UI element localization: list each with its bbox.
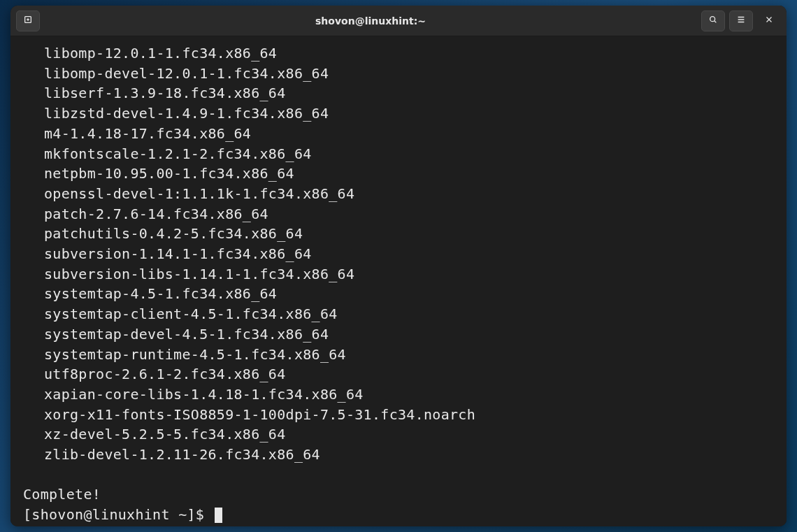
package-line: systemtap-runtime-4.5-1.fc34.x86_64 bbox=[23, 345, 778, 365]
package-line: xorg-x11-fonts-ISO8859-1-100dpi-7.5-31.f… bbox=[23, 405, 778, 425]
package-line: mkfontscale-1.2.1-2.fc34.x86_64 bbox=[23, 144, 778, 164]
terminal-window: shovon@linuxhint:~ libomp-12.0.1-1.fc34.… bbox=[10, 6, 787, 526]
package-line: systemtap-4.5-1.fc34.x86_64 bbox=[23, 284, 778, 304]
package-line: libomp-devel-12.0.1-1.fc34.x86_64 bbox=[23, 64, 778, 84]
complete-text: Complete! bbox=[23, 484, 778, 505]
svg-line-4 bbox=[715, 21, 717, 23]
search-icon bbox=[708, 14, 718, 27]
package-line: zlib-devel-1.2.11-26.fc34.x86_64 bbox=[23, 445, 778, 465]
package-line: patch-2.7.6-14.fc34.x86_64 bbox=[23, 204, 778, 224]
cursor bbox=[215, 508, 222, 523]
titlebar: shovon@linuxhint:~ bbox=[10, 6, 787, 36]
package-line: patchutils-0.4.2-5.fc34.x86_64 bbox=[23, 224, 778, 244]
package-line: subversion-libs-1.14.1-1.fc34.x86_64 bbox=[23, 264, 778, 285]
package-line: xapian-core-libs-1.4.18-1.fc34.x86_64 bbox=[23, 384, 778, 405]
titlebar-right bbox=[701, 10, 781, 31]
terminal-output[interactable]: libomp-12.0.1-1.fc34.x86_64libomp-devel-… bbox=[10, 36, 787, 526]
package-line: subversion-1.14.1-1.fc34.x86_64 bbox=[23, 244, 778, 264]
package-line: netpbm-10.95.00-1.fc34.x86_64 bbox=[23, 164, 778, 184]
package-line: libserf-1.3.9-18.fc34.x86_64 bbox=[23, 83, 778, 103]
package-line: openssl-devel-1:1.1.1k-1.fc34.x86_64 bbox=[23, 184, 778, 204]
close-button[interactable] bbox=[757, 10, 781, 31]
new-tab-button[interactable] bbox=[16, 10, 40, 31]
window-title: shovon@linuxhint:~ bbox=[40, 15, 701, 27]
package-line: libomp-12.0.1-1.fc34.x86_64 bbox=[23, 43, 778, 64]
shell-prompt: [shovon@linuxhint ~]$ bbox=[23, 506, 213, 523]
close-icon bbox=[764, 14, 774, 27]
search-button[interactable] bbox=[701, 10, 725, 31]
package-line: xz-devel-5.2.5-5.fc34.x86_64 bbox=[23, 424, 778, 445]
svg-point-3 bbox=[710, 17, 715, 22]
titlebar-left bbox=[16, 10, 40, 31]
hamburger-icon bbox=[736, 14, 746, 27]
package-line: libzstd-devel-1.4.9-1.fc34.x86_64 bbox=[23, 103, 778, 124]
package-line: systemtap-devel-4.5-1.fc34.x86_64 bbox=[23, 324, 778, 345]
package-line: m4-1.4.18-17.fc34.x86_64 bbox=[23, 124, 778, 144]
menu-button[interactable] bbox=[729, 10, 753, 31]
package-line: utf8proc-2.6.1-2.fc34.x86_64 bbox=[23, 364, 778, 384]
package-line: systemtap-client-4.5-1.fc34.x86_64 bbox=[23, 304, 778, 324]
new-tab-icon bbox=[23, 14, 33, 27]
prompt-line: [shovon@linuxhint ~]$ bbox=[23, 505, 778, 525]
